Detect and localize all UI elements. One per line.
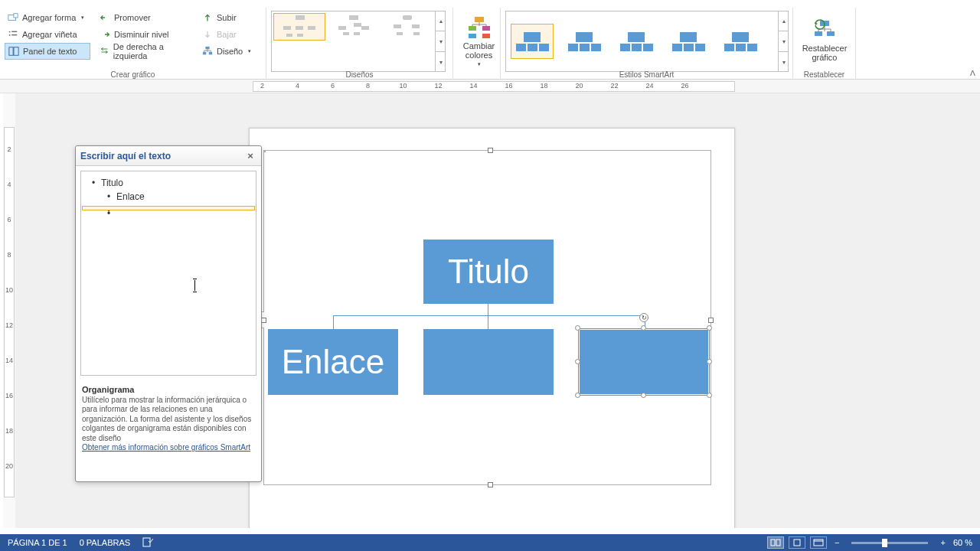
layout-option-6[interactable] [381, 42, 433, 70]
layout-option-3[interactable] [381, 13, 433, 41]
smartart-child-1[interactable]: Enlace [268, 329, 398, 395]
disminuir-button[interactable]: Disminuir nivel [96, 26, 196, 43]
scroll-down-icon[interactable]: ▾ [436, 31, 446, 52]
layout-option-5[interactable] [327, 42, 379, 70]
agregar-forma-button[interactable]: Agregar forma ▾ [5, 9, 90, 26]
cambiar-colores-label: Cambiar colores [458, 41, 500, 60]
scroll-more-icon[interactable]: ▾ [436, 52, 446, 72]
resize-handle[interactable] [575, 325, 580, 331]
view-print-button[interactable] [789, 536, 805, 549]
smartart-canvas[interactable]: ▸ Titulo Enlace ↻ [263, 150, 711, 485]
view-read-button[interactable] [767, 536, 784, 549]
layouts-gallery[interactable]: ▴▾▾ [271, 11, 446, 72]
group-label-disenos: Diseños [266, 70, 452, 79]
resize-handle[interactable] [575, 393, 580, 398]
smartart-child-3-selected[interactable] [578, 328, 710, 396]
style-option-5[interactable] [719, 24, 762, 59]
agregar-forma-label: Agregar forma [22, 13, 76, 22]
svg-rect-15 [482, 34, 490, 38]
smartart-child-2[interactable] [423, 329, 554, 395]
resize-handle[interactable] [641, 393, 646, 398]
svg-point-4 [9, 34, 11, 36]
svg-rect-19 [143, 538, 150, 546]
text-item-1-label: Titulo [101, 178, 123, 188]
text-pane-title: Escribir aquí el texto [80, 151, 171, 161]
scroll-up-icon[interactable]: ▴ [779, 11, 789, 31]
demote-icon [100, 29, 110, 40]
status-words[interactable]: 0 PALABRAS [80, 538, 130, 547]
smartart-title-text: Titulo [448, 253, 529, 291]
page[interactable]: ▸ Titulo Enlace ↻ [249, 128, 735, 528]
bajar-button[interactable]: Bajar [199, 26, 257, 43]
bajar-label: Bajar [217, 30, 237, 39]
text-item-4-active[interactable] [82, 206, 255, 210]
svg-rect-21 [776, 540, 780, 546]
zoom-level[interactable]: 60 % [953, 538, 972, 547]
resize-handle[interactable] [707, 393, 712, 398]
layout-option-4[interactable] [273, 42, 325, 70]
rotate-handle-icon[interactable]: ↻ [639, 313, 648, 322]
proofing-icon[interactable] [142, 536, 153, 549]
layouts-scroll[interactable]: ▴▾▾ [435, 11, 446, 72]
resize-handle[interactable] [641, 325, 646, 331]
svg-rect-1 [14, 14, 18, 18]
restablecer-button[interactable]: Restablecer gráfico [798, 9, 851, 70]
styles-gallery[interactable]: ▴▾▾ [505, 11, 789, 72]
status-bar: PÁGINA 1 DE 1 0 PALABRAS − + 60 % [0, 534, 980, 551]
view-web-button[interactable] [810, 536, 827, 549]
svg-rect-5 [11, 34, 17, 35]
zoom-out-button[interactable]: − [831, 538, 842, 547]
resize-handle[interactable] [707, 359, 712, 364]
layout-option-1[interactable] [273, 13, 325, 41]
layout-option-2[interactable] [327, 13, 379, 41]
info-link[interactable]: Obtener más información sobre gráficos S… [82, 443, 250, 452]
cambiar-colores-button[interactable]: Cambiar colores ▾ [458, 9, 500, 70]
scroll-down-icon[interactable]: ▾ [779, 31, 789, 52]
promover-button[interactable]: Promover [96, 9, 196, 26]
diseno-label: Diseño [217, 47, 243, 56]
move-up-icon [202, 12, 213, 23]
zoom-thumb[interactable] [882, 539, 887, 547]
panel-texto-button[interactable]: Panel de texto [5, 43, 90, 60]
vertical-ruler[interactable]: 2468101214161820 [3, 93, 15, 528]
text-item-1[interactable]: Titulo [83, 176, 254, 190]
style-option-4[interactable] [667, 24, 710, 59]
zoom-in-button[interactable]: + [937, 538, 948, 547]
close-icon[interactable]: × [244, 150, 256, 162]
style-option-1[interactable] [511, 24, 554, 59]
promote-icon [100, 12, 110, 23]
connector-line [488, 304, 488, 315]
document-area: ▸ Titulo Enlace ↻ [15, 93, 980, 528]
subir-label: Subir [217, 13, 237, 22]
horizontal-ruler[interactable]: 2468101214161820222426 [0, 80, 980, 93]
smartart-text-pane[interactable]: Escribir aquí el texto × Titulo Enlace O… [75, 145, 262, 482]
group-label-reset: Restablecer [793, 70, 855, 79]
rtl-icon [100, 46, 109, 57]
svg-rect-14 [469, 34, 476, 38]
style-option-2[interactable] [563, 24, 606, 59]
diseno-button[interactable]: Diseño ▾ [199, 43, 257, 60]
dropdown-icon: ▾ [248, 48, 251, 54]
resize-handle[interactable] [575, 359, 580, 364]
resize-handle[interactable] [707, 325, 712, 331]
status-page[interactable]: PÁGINA 1 DE 1 [8, 538, 67, 547]
scroll-up-icon[interactable]: ▴ [436, 11, 446, 31]
text-item-2[interactable]: Enlace [83, 190, 254, 204]
style-option-3[interactable] [615, 24, 658, 59]
smartart-title-box[interactable]: Titulo [423, 240, 554, 304]
ribbon-collapse-button[interactable]: ᐱ [970, 69, 975, 77]
zoom-slider[interactable] [851, 542, 928, 544]
scroll-more-icon[interactable]: ▾ [779, 52, 789, 72]
svg-rect-12 [469, 26, 476, 31]
svg-rect-11 [475, 17, 484, 22]
text-pane-icon [8, 46, 19, 57]
svg-rect-9 [203, 52, 206, 55]
agregar-vineta-button[interactable]: Agregar viñeta [5, 26, 90, 43]
text-pane-body[interactable]: Titulo Enlace [80, 171, 256, 376]
subir-button[interactable]: Subir [199, 9, 257, 26]
styles-scroll[interactable]: ▴▾▾ [778, 11, 789, 72]
svg-point-2 [9, 31, 11, 33]
rtl-button[interactable]: De derecha a izquierda [96, 43, 196, 60]
group-label-estilos: Estilos SmartArt [501, 70, 792, 79]
text-pane-header: Escribir aquí el texto × [76, 146, 261, 166]
